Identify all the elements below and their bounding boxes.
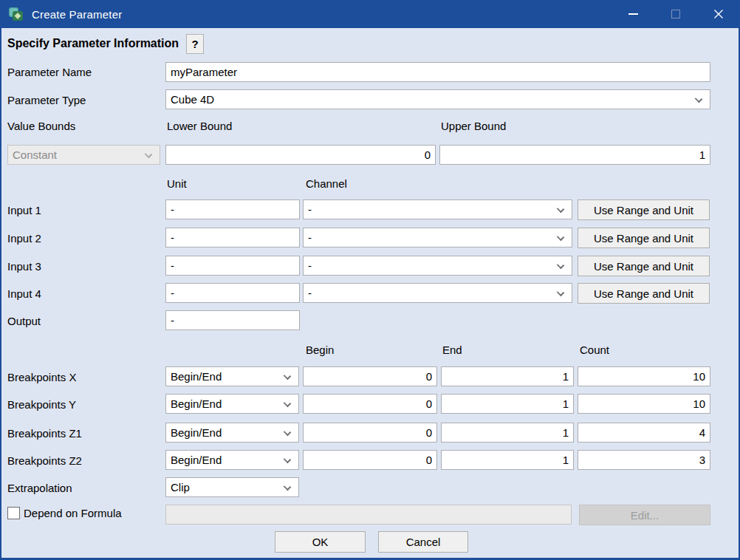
input2-unit-input[interactable] [165, 228, 300, 247]
window-controls [611, 0, 740, 28]
input1-unit-input[interactable] [165, 199, 300, 219]
input1-use-range-button[interactable]: Use Range and Unit [578, 199, 710, 220]
parameter-type-value: Cube 4D [171, 93, 214, 106]
app-icon [8, 6, 24, 22]
parameter-name-label: Parameter Name [7, 66, 92, 78]
maximize-icon [671, 10, 680, 18]
breakpoints-z1-count-input[interactable] [578, 423, 710, 443]
input4-channel-value: - [308, 287, 312, 299]
titlebar: Create Parameter [0, 0, 740, 28]
breakpoints-x-end-input[interactable] [441, 366, 574, 386]
dialog-body: Specify Parameter Information ? Paramete… [1, 28, 739, 558]
input4-use-range-button[interactable]: Use Range and Unit [578, 283, 710, 304]
lower-bound-input[interactable] [165, 145, 436, 165]
begin-header: Begin [306, 344, 334, 356]
close-icon [713, 9, 724, 19]
unit-header: Unit [167, 177, 187, 190]
input3-channel-value: - [308, 259, 312, 272]
input1-channel-value: - [308, 203, 312, 216]
help-button[interactable]: ? [186, 34, 204, 54]
edit-formula-button: Edit... [579, 505, 710, 525]
chevron-down-icon [284, 372, 291, 380]
breakpoints-x-label: Breakpoints X [7, 371, 76, 383]
chevron-down-icon [557, 289, 564, 296]
breakpoints-x-mode-select[interactable]: Begin/End [165, 366, 299, 386]
input2-channel-value: - [308, 231, 312, 244]
input2-use-range-button[interactable]: Use Range and Unit [578, 228, 710, 248]
extrapolation-select[interactable]: Clip [165, 477, 299, 497]
channel-header: Channel [306, 177, 347, 190]
input4-unit-input[interactable] [165, 283, 300, 303]
input4-label: Input 4 [7, 287, 41, 300]
chevron-down-icon [284, 428, 291, 436]
chevron-down-icon [284, 456, 291, 463]
input1-label: Input 1 [7, 204, 41, 216]
input4-channel-select[interactable]: - [303, 283, 572, 303]
extrapolation-value: Clip [171, 481, 190, 494]
ok-button[interactable]: OK [275, 531, 366, 553]
depend-on-formula-checkbox[interactable]: Depend on Formula [7, 507, 122, 519]
count-header: Count [580, 344, 609, 356]
breakpoints-x-begin-input[interactable] [303, 366, 437, 386]
formula-input [165, 505, 572, 525]
breakpoints-z1-label: Breakpoints Z1 [7, 427, 82, 440]
breakpoints-x-count-input[interactable] [578, 366, 710, 386]
upper-bound-input[interactable] [439, 145, 710, 165]
parameter-name-input[interactable] [165, 62, 710, 82]
input1-channel-select[interactable]: - [303, 199, 572, 219]
end-header: End [442, 344, 462, 356]
maximize-button [654, 0, 697, 28]
depend-on-formula-label: Depend on Formula [24, 507, 122, 519]
input3-unit-input[interactable] [165, 256, 300, 276]
breakpoints-z2-end-input[interactable] [441, 450, 574, 470]
create-parameter-dialog: Create Parameter Specify Parameter Infor… [0, 0, 740, 560]
cancel-button[interactable]: Cancel [378, 531, 468, 553]
value-bounds-mode-value: Constant [13, 148, 57, 161]
extrapolation-label: Extrapolation [7, 482, 72, 494]
lower-bound-header: Lower Bound [167, 120, 232, 132]
breakpoints-z1-mode-value: Begin/End [171, 426, 222, 439]
chevron-down-icon [557, 262, 564, 269]
upper-bound-header: Upper Bound [441, 120, 506, 132]
chevron-down-icon [557, 233, 564, 241]
breakpoints-x-mode-value: Begin/End [171, 370, 222, 383]
breakpoints-z2-mode-select[interactable]: Begin/End [165, 450, 299, 470]
breakpoints-y-label: Breakpoints Y [7, 398, 76, 411]
parameter-type-select[interactable]: Cube 4D [165, 89, 710, 109]
breakpoints-z2-begin-input[interactable] [303, 450, 437, 470]
breakpoints-z2-count-input[interactable] [578, 450, 710, 470]
chevron-down-icon [284, 483, 291, 491]
breakpoints-y-mode-value: Begin/End [171, 397, 222, 410]
breakpoints-z2-mode-value: Begin/End [171, 454, 222, 466]
minimize-button[interactable] [611, 0, 654, 28]
chevron-down-icon [284, 400, 291, 407]
breakpoints-z1-end-input[interactable] [441, 423, 574, 443]
minimize-icon [628, 13, 638, 15]
checkbox-box[interactable] [7, 507, 20, 519]
breakpoints-y-end-input[interactable] [441, 394, 574, 414]
breakpoints-y-count-input[interactable] [578, 394, 710, 414]
window-title: Create Parameter [32, 8, 122, 21]
breakpoints-z1-mode-select[interactable]: Begin/End [165, 423, 299, 443]
input3-channel-select[interactable]: - [303, 256, 572, 276]
output-label: Output [7, 315, 41, 327]
output-unit-input[interactable] [165, 310, 300, 330]
close-button[interactable] [697, 0, 740, 28]
input2-channel-select[interactable]: - [303, 228, 572, 247]
input3-label: Input 3 [7, 260, 41, 273]
value-bounds-mode-select: Constant [7, 145, 160, 165]
breakpoints-y-begin-input[interactable] [303, 394, 437, 414]
chevron-down-icon [145, 151, 152, 158]
breakpoints-y-mode-select[interactable]: Begin/End [165, 394, 299, 414]
value-bounds-label: Value Bounds [7, 120, 75, 132]
page-title: Specify Parameter Information [7, 37, 179, 50]
chevron-down-icon [695, 95, 702, 103]
input3-use-range-button[interactable]: Use Range and Unit [578, 256, 710, 276]
input2-label: Input 2 [7, 232, 41, 245]
breakpoints-z2-label: Breakpoints Z2 [7, 454, 82, 467]
parameter-type-label: Parameter Type [7, 94, 86, 106]
breakpoints-z1-begin-input[interactable] [303, 423, 437, 443]
chevron-down-icon [557, 205, 564, 213]
